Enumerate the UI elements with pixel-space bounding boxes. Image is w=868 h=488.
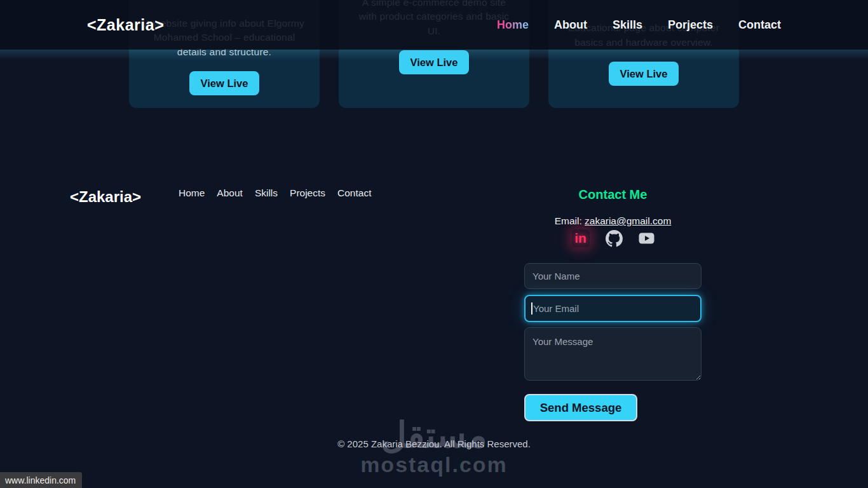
footer-link-about[interactable]: About — [217, 187, 243, 199]
footer-logo: <Zakaria> — [70, 188, 141, 206]
footer-link-projects[interactable]: Projects — [290, 187, 325, 199]
youtube-icon[interactable] — [639, 233, 654, 244]
contact-me-heading: Contact Me — [524, 187, 702, 202]
nav-link-skills[interactable]: Skills — [613, 18, 642, 32]
view-live-button[interactable]: View Live — [609, 62, 679, 86]
name-input[interactable] — [524, 263, 702, 289]
footer-link-contact[interactable]: Contact — [337, 187, 371, 199]
nav-link-contact[interactable]: Contact — [738, 18, 781, 32]
footer-link-home[interactable]: Home — [179, 187, 205, 199]
email-label: Email: — [555, 215, 585, 226]
social-icons-row: in — [524, 227, 702, 249]
message-textarea[interactable] — [524, 327, 702, 381]
send-message-button[interactable]: Send Message — [524, 394, 637, 421]
nav-link-home[interactable]: Home — [497, 18, 529, 32]
footer-nav: Home About Skills Projects Contact — [179, 187, 371, 199]
email-input[interactable] — [524, 295, 702, 322]
github-icon[interactable] — [606, 230, 623, 247]
linkedin-icon[interactable]: in — [572, 229, 590, 247]
watermark-arabic: مستقل — [0, 414, 868, 456]
view-live-button[interactable]: View Live — [399, 50, 470, 74]
top-navbar: <Zakaria> Home About Skills Porjects Con… — [0, 0, 868, 50]
watermark-latin: mostaql.com — [0, 452, 868, 477]
email-line: Email: zakaria@gmail.com — [502, 215, 724, 227]
link-preview-statusbar: www.linkedin.com — [0, 472, 82, 488]
nav-link-about[interactable]: About — [554, 18, 587, 32]
email-link[interactable]: zakaria@gmail.com — [585, 215, 671, 226]
site-logo: <Zakaria> — [87, 16, 164, 34]
copyright-text: © 2025 Zakaria Bezziou. All Rights Reser… — [0, 438, 868, 449]
footer-link-skills[interactable]: Skills — [255, 187, 278, 199]
portfolio-page: A website giving info about Elgormy Moha… — [0, 0, 868, 488]
nav-links: Home About Skills Porjects Contact — [497, 18, 781, 32]
nav-link-projects[interactable]: Porjects — [668, 18, 713, 32]
view-live-button[interactable]: View Live — [189, 71, 260, 95]
